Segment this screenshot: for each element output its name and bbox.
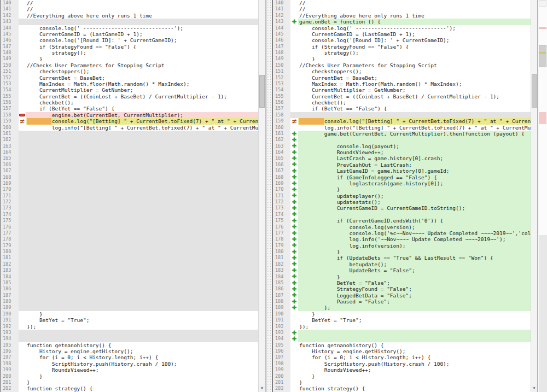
code-text[interactable]: function getnanohistory() { [298, 342, 531, 348]
code-text[interactable] [26, 137, 258, 143]
code-text[interactable]: CurrentGameID = (LastGameID + 1); [26, 31, 258, 37]
code-text[interactable]: console.log(' --------------------------… [26, 25, 258, 31]
code-text[interactable]: game.onBet = function () { [298, 19, 531, 25]
code-text[interactable]: for (i = 0; i < History.length; i++) { [298, 354, 531, 360]
code-text[interactable]: LoggedBetData = "False"; [298, 292, 531, 299]
code-text[interactable]: strategy(); [26, 50, 258, 56]
code-text[interactable]: //Checks User Parameters for Stopping Sc… [298, 62, 531, 68]
code-text[interactable]: console.log(payout); [298, 143, 531, 149]
code-text[interactable] [26, 174, 258, 180]
code-text[interactable] [26, 292, 258, 299]
code-text[interactable] [26, 267, 258, 273]
right-scroll-down-icon[interactable]: ▾ [531, 385, 537, 391]
code-text[interactable]: } [26, 379, 258, 385]
code-text[interactable] [26, 286, 258, 292]
code-text[interactable]: console.log('%c~~Nov~~~~ Update Complete… [298, 230, 531, 236]
code-text[interactable]: PrevCashOut = LastCrash; [298, 162, 531, 168]
code-text[interactable]: } [298, 379, 531, 385]
code-text[interactable]: game.bet(CurrentBet, CurrentMultiplier).… [298, 131, 531, 137]
code-text[interactable]: console.log('[Round ID]: ' + CurrentGame… [26, 37, 258, 43]
code-text[interactable] [26, 131, 258, 137]
code-text[interactable]: History = engine.getHistory(); [26, 348, 258, 354]
locator-removed-block-marker[interactable] [539, 112, 546, 124]
code-text[interactable]: console.log('[Round ID]: ' + CurrentGame… [298, 37, 531, 43]
code-text[interactable]: } [26, 311, 258, 317]
code-text[interactable]: CurrentGameID = (LastGameID + 1); [298, 31, 531, 37]
code-text[interactable]: } [298, 373, 531, 379]
code-text[interactable]: BetYet = "True"; [26, 317, 258, 323]
code-text[interactable]: MaxIndex = Math.floor(Math.random() * Ma… [26, 81, 258, 87]
code-text[interactable]: } [298, 56, 531, 62]
code-text[interactable]: Paused = "False"; [298, 299, 531, 305]
code-text[interactable]: BetYet = "True"; [298, 317, 531, 323]
code-text[interactable]: // [26, 6, 258, 12]
code-text[interactable] [26, 162, 258, 168]
code-text[interactable]: console.log(' --------------------------… [298, 25, 531, 31]
code-text[interactable]: if (BetYet == "False") { [26, 106, 258, 112]
code-text[interactable] [26, 261, 258, 267]
code-text[interactable]: console.log("[Betting] " + CurrentBet.to… [298, 118, 531, 124]
code-text[interactable] [298, 137, 531, 143]
code-text[interactable] [26, 243, 258, 249]
overview-locator-bar[interactable] [538, 0, 547, 392]
code-text[interactable] [298, 212, 531, 218]
code-text[interactable] [26, 218, 258, 224]
code-text[interactable]: strategy(); [298, 50, 531, 56]
code-text[interactable] [26, 236, 258, 242]
code-text[interactable]: }; [298, 305, 531, 311]
code-text[interactable]: CurrentGameID = CurrentGameID.toString()… [298, 205, 531, 211]
code-text[interactable]: engine.bet(CurrentBet, CurrentMultiplier… [26, 112, 258, 118]
code-text[interactable] [26, 199, 258, 205]
code-text[interactable]: //Everything above here only runs 1 time [26, 13, 258, 19]
code-text[interactable]: // [298, 6, 531, 12]
left-scrollbar[interactable]: ▾ [258, 0, 266, 392]
code-text[interactable]: log.info("[Betting] " + CurrentBet.toFix… [26, 125, 258, 131]
code-text[interactable]: } [26, 56, 258, 62]
code-text[interactable]: CurrentBet = BaseBet; [26, 75, 258, 81]
code-text[interactable] [26, 143, 258, 149]
code-text[interactable]: if (StrategyFound == "False") { [26, 44, 258, 50]
code-text[interactable]: betupdate(); [298, 261, 531, 267]
code-text[interactable]: } [298, 274, 531, 280]
code-text[interactable] [26, 255, 258, 261]
code-text[interactable]: console.log("[Betting] " + CurrentBet.to… [26, 118, 258, 124]
code-text[interactable] [298, 112, 531, 118]
code-text[interactable]: if (StrategyFound == "False") { [298, 44, 531, 50]
code-text[interactable]: console.log(version); [298, 224, 531, 230]
code-text[interactable] [26, 180, 258, 186]
code-text[interactable] [26, 193, 258, 199]
locator-removed-marker[interactable] [539, 27, 546, 29]
right-scrollbar-thumb[interactable] [532, 74, 537, 108]
left-scroll-down-icon[interactable]: ▾ [259, 385, 265, 391]
code-text[interactable]: RoundsViewed++; [298, 149, 531, 155]
code-text[interactable]: }); [298, 324, 531, 330]
code-text[interactable] [26, 249, 258, 255]
code-text[interactable]: //Everything above here only runs 1 time [298, 13, 531, 19]
code-text[interactable] [26, 336, 258, 342]
code-text[interactable]: History = engine.getHistory(); [298, 348, 531, 354]
code-text[interactable]: CurrentBet = ((CoinLost + BaseBet) / Cur… [298, 93, 531, 100]
code-text[interactable] [298, 336, 531, 342]
code-text[interactable] [298, 330, 531, 336]
code-text[interactable]: loglastcrash(game.history[0]); [298, 180, 531, 186]
code-text[interactable]: checkbet(); [298, 100, 531, 106]
code-text[interactable]: if (UpdateBets == "True" && LastResult =… [298, 255, 531, 261]
code-text[interactable]: UpdateBets = "False"; [298, 267, 531, 273]
code-text[interactable]: BetYet = "False"; [298, 280, 531, 286]
code-text[interactable]: ScriptHistory.push(History.crash / 100); [298, 361, 531, 367]
code-text[interactable]: StrategyFound = "False"; [298, 286, 531, 292]
code-text[interactable] [26, 19, 258, 25]
code-text[interactable]: log.info(version); [298, 243, 531, 249]
code-text[interactable] [26, 155, 258, 161]
code-text[interactable] [26, 168, 258, 174]
locator-top-button[interactable] [539, 0, 546, 7]
code-text[interactable]: checkstoppers(); [26, 68, 258, 74]
code-text[interactable]: RoundsViewed++; [26, 367, 258, 373]
code-text[interactable] [26, 280, 258, 286]
code-text[interactable]: // [26, 0, 258, 6]
code-text[interactable] [26, 330, 258, 336]
code-text[interactable]: } [298, 311, 531, 317]
code-text[interactable] [26, 186, 258, 192]
code-text[interactable]: if (GameInfoLogged == "False") { [298, 174, 531, 180]
left-scrollbar-thumb[interactable] [259, 75, 265, 108]
